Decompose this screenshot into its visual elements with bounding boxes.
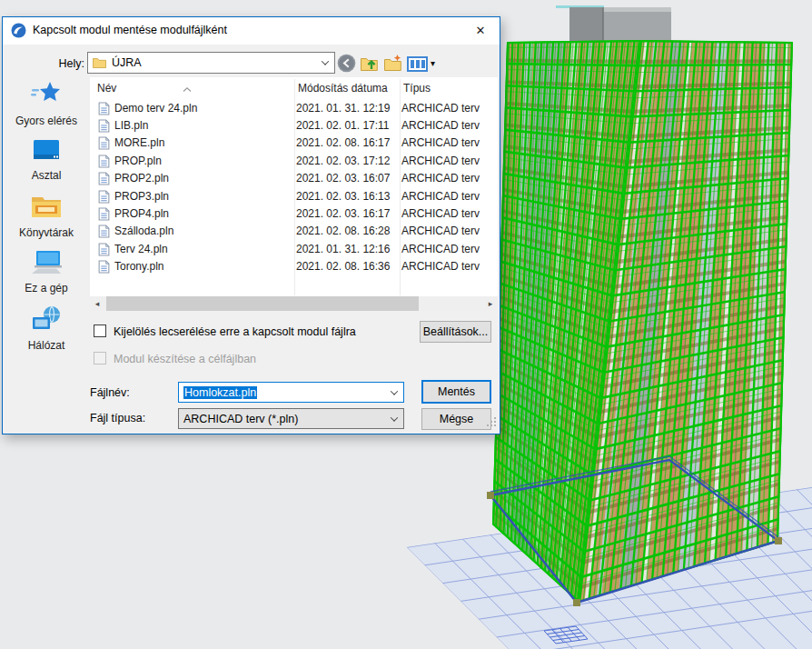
pln-file-icon (98, 119, 111, 132)
replace-selection-label[interactable]: Kijelölés lecserélése erre a kapcsolt mo… (114, 324, 356, 339)
places-sidebar: Gyors elérésAsztalKönyvtárakEz a gépHáló… (3, 81, 90, 363)
scroll-left-icon[interactable]: ◂ (90, 296, 104, 311)
file-row[interactable]: PROP.pln2021. 02. 03. 17:12ARCHICAD terv (90, 152, 498, 169)
location-label: Hely: (28, 56, 84, 71)
file-name: PROP2.pln (114, 172, 296, 185)
sidebar-item-this-pc[interactable]: Ez a gép (25, 250, 67, 295)
file-row[interactable]: MORE.pln2021. 02. 08. 16:17ARCHICAD terv (90, 135, 498, 152)
libraries-icon (30, 193, 63, 224)
new-folder-button[interactable] (383, 53, 405, 73)
filetype-label: Fájl típusa: (90, 411, 145, 425)
file-type: ARCHICAD terv (401, 102, 480, 115)
location-combobox[interactable]: ÚJRA (87, 52, 335, 74)
up-one-level-button[interactable] (360, 53, 381, 73)
pln-file-icon (98, 102, 111, 115)
desktop-icon (31, 138, 62, 166)
file-type: ARCHICAD terv (401, 172, 480, 185)
sidebar-item-label: Asztal (32, 169, 62, 182)
horizontal-scrollbar[interactable]: ◂ ▸ (90, 296, 498, 311)
sidebar-item-quick-access[interactable]: Gyors elérés (15, 81, 77, 127)
file-name: LIB.pln (114, 119, 296, 132)
file-date: 2021. 02. 08. 16:36 (296, 260, 401, 273)
chevron-down-icon[interactable] (385, 383, 403, 402)
cancel-button[interactable]: Mégse (421, 408, 491, 430)
file-row[interactable]: PROP3.pln2021. 02. 03. 16:13ARCHICAD ter… (90, 187, 498, 205)
file-date: 2021. 02. 08. 16:17 (296, 136, 401, 149)
make-module-checkbox (94, 352, 106, 364)
file-type: ARCHICAD terv (401, 225, 480, 237)
scroll-right-icon[interactable]: ▸ (483, 296, 498, 311)
sidebar-item-label: Ez a gép (25, 282, 67, 295)
this-pc-icon (30, 250, 63, 279)
sidebar-item-label: Hálózat (28, 339, 65, 352)
column-header-date[interactable]: Módosítás dátuma (298, 82, 388, 95)
filetype-value: ARCHICAD terv (*.pln) (183, 413, 298, 425)
file-type: ARCHICAD terv (401, 136, 480, 149)
file-date: 2021. 01. 31. 12:16 (296, 243, 401, 255)
chevron-down-icon (316, 53, 334, 73)
file-type: ARCHICAD terv (401, 207, 480, 220)
file-row[interactable]: Terv 24.pln2021. 01. 31. 12:16ARCHICAD t… (90, 240, 498, 257)
file-name: MORE.pln (114, 136, 296, 149)
archicad-logo-icon (11, 23, 26, 42)
file-row[interactable]: Torony.pln2021. 02. 08. 16:36ARCHICAD te… (90, 258, 498, 275)
column-header-type[interactable]: Típus (403, 82, 431, 95)
sidebar-item-label: Könyvtárak (19, 226, 74, 239)
file-date: 2021. 02. 01. 17:11 (296, 119, 401, 132)
pln-file-icon (98, 260, 111, 273)
save-button[interactable]: Mentés (421, 380, 491, 404)
make-module-label: Modul készítése a célfájlban (114, 352, 256, 366)
sidebar-item-desktop[interactable]: Asztal (31, 138, 62, 182)
file-row[interactable]: Demo terv 24.pln2021. 01. 31. 12:19ARCHI… (90, 99, 498, 116)
file-type: ARCHICAD terv (401, 155, 480, 167)
resize-grip-icon[interactable] (486, 414, 497, 431)
filetype-combobox[interactable]: ARCHICAD terv (*.pln) (178, 408, 404, 429)
back-button[interactable] (337, 53, 359, 73)
file-date: 2021. 02. 03. 16:13 (296, 190, 401, 203)
file-row[interactable]: Szálloda.pln2021. 02. 08. 16:28ARCHICAD … (90, 223, 498, 240)
chevron-down-icon[interactable] (385, 409, 403, 428)
dialog-titlebar[interactable]: Kapcsolt modul mentése modulfájlként ✕ (3, 17, 500, 45)
file-name: Terv 24.pln (114, 243, 296, 255)
dialog-title: Kapcsolt modul mentése modulfájlként (33, 24, 227, 36)
filename-input[interactable]: Homlokzat.pln (178, 382, 404, 403)
pln-file-icon (98, 243, 111, 255)
file-name: Demo terv 24.pln (114, 102, 296, 115)
close-icon[interactable]: ✕ (461, 17, 500, 44)
location-value: ÚJRA (112, 56, 142, 69)
caret-down-icon[interactable]: ▾ (431, 58, 435, 68)
file-row[interactable]: PROP4.pln2021. 02. 03. 16:17ARCHICAD ter… (90, 205, 498, 222)
sidebar-item-network[interactable]: Hálózat (28, 305, 65, 352)
file-date: 2021. 02. 03. 17:12 (296, 155, 401, 167)
view-menu-button[interactable] (407, 55, 429, 75)
scrollbar-thumb[interactable] (106, 296, 419, 311)
file-date: 2021. 01. 31. 12:19 (296, 102, 401, 115)
sidebar-item-libraries[interactable]: Könyvtárak (19, 193, 74, 239)
screen: Kapcsolt modul mentése modulfájlként ✕ H… (0, 0, 812, 649)
replace-selection-checkbox[interactable] (94, 324, 106, 337)
file-row[interactable]: LIB.pln2021. 02. 01. 17:11ARCHICAD terv (90, 116, 498, 134)
file-name: PROP3.pln (114, 190, 296, 203)
pln-file-icon (98, 225, 111, 237)
file-name: PROP4.pln (114, 207, 296, 220)
file-type: ARCHICAD terv (401, 243, 480, 255)
filename-label: Fájlnév: (90, 385, 130, 400)
save-module-dialog: Kapcsolt modul mentése modulfájlként ✕ H… (2, 16, 500, 434)
column-header-name[interactable]: Név (97, 82, 116, 95)
file-name: Torony.pln (114, 260, 296, 273)
folder-icon (93, 57, 106, 68)
file-type: ARCHICAD terv (401, 190, 480, 203)
sidebar-item-label: Gyors elérés (15, 115, 77, 127)
sort-asc-icon (183, 79, 192, 95)
pln-file-icon (98, 207, 111, 220)
pln-file-icon (98, 190, 111, 203)
file-date: 2021. 02. 03. 16:07 (296, 172, 401, 185)
file-row[interactable]: PROP2.pln2021. 02. 03. 16:07ARCHICAD ter… (90, 170, 498, 187)
file-date: 2021. 02. 03. 16:17 (296, 207, 401, 220)
file-name: Szálloda.pln (114, 225, 296, 237)
quick-access-icon (31, 81, 62, 112)
settings-button[interactable]: Beállítások... (420, 321, 491, 343)
pln-file-icon (98, 155, 111, 167)
filename-value: Homlokzat.pln (183, 386, 257, 399)
scrollbar-track[interactable] (104, 296, 483, 311)
